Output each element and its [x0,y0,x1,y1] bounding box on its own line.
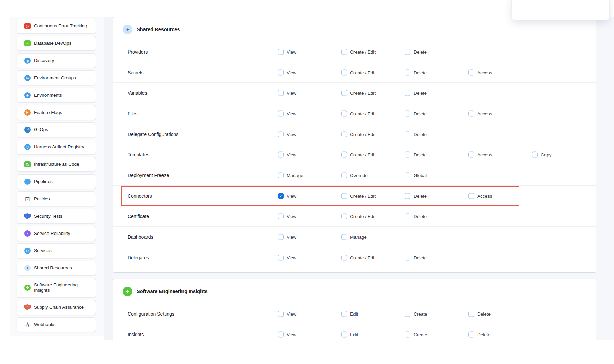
checkbox[interactable] [341,331,347,337]
permission-checkbox-group[interactable]: Delete [405,255,427,260]
checkbox[interactable] [278,311,284,317]
checkbox[interactable] [341,193,347,199]
checkbox[interactable] [341,110,347,116]
checkbox[interactable] [278,69,284,75]
permission-checkbox-group[interactable]: Override [341,172,368,178]
permission-checkbox-group[interactable]: Create [405,331,427,337]
permission-checkbox-group[interactable]: Create / Edit [341,214,376,219]
permission-checkbox-group[interactable]: Delete [405,193,427,199]
checkbox[interactable] [278,172,284,178]
permission-checkbox-group[interactable]: Create / Edit [341,49,376,55]
permission-checkbox-group[interactable]: View [278,110,296,116]
permission-checkbox-group[interactable]: Manage [278,172,303,178]
checkbox[interactable] [405,69,410,75]
sidebar-item-webhooks[interactable]: ⁂ Webhooks [17,317,96,332]
permission-checkbox-group[interactable]: Create / Edit [341,193,376,199]
sidebar-item-software-engineering-insights[interactable]: ✣ Software Engineering Insights [17,278,96,298]
checkbox[interactable] [341,131,347,137]
sidebar-item-shared-resources[interactable]: ✦ Shared Resources [17,261,96,276]
checkbox[interactable] [468,311,474,317]
checkbox[interactable] [278,234,284,240]
checkbox[interactable] [341,234,347,240]
permission-checkbox-group[interactable]: Edit [341,331,358,337]
sidebar-item-services[interactable]: ⊙ Services [17,243,96,258]
permission-checkbox-group[interactable]: View [278,152,296,158]
checkbox[interactable] [468,152,474,158]
permission-checkbox-group[interactable]: Global [405,172,427,178]
sidebar-item-environment-groups[interactable]: ⊚ Environment Groups [17,70,96,85]
sidebar-item-pipelines[interactable]: ⋯ Pipelines [17,174,96,189]
permission-checkbox-group[interactable]: Delete [405,110,427,116]
checkbox[interactable] [468,110,474,116]
checkbox[interactable] [405,110,410,116]
permission-checkbox-group[interactable]: Create [405,311,427,317]
permission-checkbox-group[interactable]: Delete [405,131,427,137]
checkbox[interactable] [405,152,410,158]
checkbox[interactable] [341,69,347,75]
checkbox[interactable] [341,49,347,55]
permission-checkbox-group[interactable]: Create / Edit [341,90,376,96]
checkbox[interactable] [278,331,284,337]
permission-checkbox-group[interactable]: Delete [405,69,427,75]
permission-checkbox-group[interactable]: Delete [468,311,491,317]
permission-checkbox-group[interactable]: View [278,311,296,317]
sidebar-item-harness-artifact-registry[interactable]: ⬡ Harness Artifact Registry [17,140,96,155]
checkbox[interactable] [405,172,410,178]
permission-checkbox-group[interactable]: Delete [468,331,491,337]
checkbox[interactable] [468,193,474,199]
permission-checkbox-group[interactable]: Manage [341,234,367,240]
permission-checkbox-group[interactable]: Create / Edit [341,110,376,116]
checkbox[interactable] [278,152,284,158]
permission-checkbox-group[interactable]: Create / Edit [341,131,376,137]
checkbox[interactable] [405,193,410,199]
sidebar-item-database-devops[interactable]: ∞ Database DevOps [17,36,96,51]
permission-checkbox-group[interactable]: View [278,69,296,75]
checkbox[interactable] [341,152,347,158]
permission-checkbox-group[interactable]: View [278,331,296,337]
sidebar-item-environments[interactable]: ◈ Environments [17,88,96,103]
checkbox[interactable] [341,255,347,260]
permission-checkbox-group[interactable]: ✓ View [278,193,296,199]
permission-checkbox-group[interactable]: Delete [405,49,427,55]
permission-checkbox-group[interactable]: Create / Edit [341,255,376,260]
content-scrollbar-track[interactable] [104,17,113,340]
permission-checkbox-group[interactable]: View [278,234,296,240]
permission-checkbox-group[interactable]: View [278,255,296,260]
checkbox[interactable] [405,255,410,260]
sidebar-item-supply-chain-assurance[interactable]: ∴ Supply Chain Assurance [17,300,96,315]
permission-checkbox-group[interactable]: View [278,214,296,219]
checkbox[interactable]: ✓ [278,193,284,199]
permission-checkbox-group[interactable]: Copy [532,152,552,158]
sidebar-item-gitops[interactable]: ⎇ GitOps [17,122,96,137]
checkbox[interactable] [405,311,410,317]
permission-checkbox-group[interactable]: Create / Edit [341,69,376,75]
checkbox[interactable] [341,172,347,178]
checkbox[interactable] [405,214,410,219]
sidebar-item-infrastructure-as-code[interactable]: ⧉ Infrastructure as Code [17,157,96,172]
checkbox[interactable] [341,90,347,96]
permission-checkbox-group[interactable]: Access [468,152,492,158]
checkbox[interactable] [278,90,284,96]
sidebar-item-continuous-error-tracking[interactable]: ◎ Continuous Error Tracking [17,19,96,34]
sidebar-item-feature-flags[interactable]: ⚑ Feature Flags [17,105,96,120]
checkbox[interactable] [341,311,347,317]
sidebar-item-security-tests[interactable]: ○ Security Tests [17,209,96,224]
permission-checkbox-group[interactable]: View [278,49,296,55]
permission-checkbox-group[interactable]: Delete [405,214,427,219]
sidebar-item-discovery[interactable]: ◎ Discovery [17,53,96,68]
permission-checkbox-group[interactable]: View [278,90,296,96]
permission-checkbox-group[interactable]: Access [468,110,492,116]
checkbox[interactable] [278,49,284,55]
permission-checkbox-group[interactable]: Access [468,69,492,75]
checkbox[interactable] [405,331,410,337]
permission-checkbox-group[interactable]: View [278,131,296,137]
checkbox[interactable] [341,214,347,219]
checkbox[interactable] [405,131,410,137]
checkbox[interactable] [468,69,474,75]
checkbox[interactable] [532,152,538,158]
checkbox[interactable] [468,331,474,337]
sidebar-item-service-reliability[interactable]: ◔ Service Reliability [17,226,96,241]
permission-checkbox-group[interactable]: Create / Edit [341,152,376,158]
permission-checkbox-group[interactable]: Delete [405,152,427,158]
checkbox[interactable] [278,255,284,260]
